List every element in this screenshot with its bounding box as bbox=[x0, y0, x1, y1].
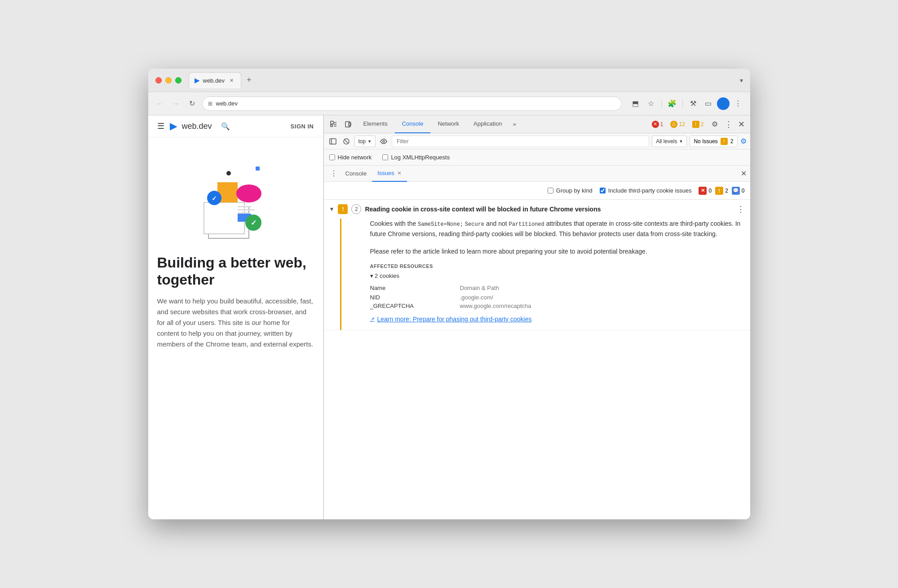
issue-count-bubble: 2 bbox=[351, 204, 361, 214]
tab-dropdown-button[interactable]: ▾ bbox=[740, 77, 743, 84]
issue-menu-button[interactable]: ⋮ bbox=[737, 204, 745, 214]
include-third-party-option[interactable]: Include third-party cookie issues bbox=[600, 187, 692, 194]
active-tab[interactable]: ▶ web.dev ✕ bbox=[189, 72, 241, 88]
bookmark-button[interactable]: ☆ bbox=[644, 97, 658, 110]
title-bar: ▶ web.dev ✕ + ▾ bbox=[148, 69, 750, 92]
site-logo-icon: ▶ bbox=[170, 121, 177, 132]
devtools-more-button[interactable]: ⋮ bbox=[723, 119, 734, 129]
cookies-toggle-label: ▾ 2 cookies bbox=[370, 272, 400, 279]
sub-tabs-close-button[interactable]: ✕ bbox=[741, 169, 747, 178]
tab-title: web.dev bbox=[203, 77, 225, 84]
info-count-val: 0 bbox=[742, 188, 745, 194]
hide-network-checkbox[interactable] bbox=[329, 154, 335, 160]
code-partitioned: Partitioned bbox=[509, 221, 544, 228]
devtools-tabs: Elements Console Network Application » bbox=[356, 115, 647, 133]
warn-count: 12 bbox=[679, 121, 685, 127]
filter-input[interactable] bbox=[392, 136, 649, 147]
context-label: top bbox=[358, 138, 366, 145]
cookie-1-domain: .google.com/ bbox=[460, 294, 741, 301]
external-link-icon: ↗ bbox=[370, 316, 375, 322]
svg-text:✓: ✓ bbox=[212, 195, 217, 202]
log-xhr-option[interactable]: Log XMLHttpRequests bbox=[382, 154, 450, 161]
hamburger-button[interactable]: ☰ bbox=[157, 121, 164, 131]
group-by-kind-option[interactable]: Group by kind bbox=[548, 187, 593, 194]
cast-button[interactable]: ⬒ bbox=[629, 97, 642, 110]
device-emulation-button[interactable] bbox=[342, 118, 354, 131]
learn-more-link[interactable]: ↗ Learn more: Prepare for phasing out th… bbox=[370, 316, 741, 323]
include-third-party-label: Include third-party cookie issues bbox=[608, 187, 692, 194]
cookie-1-name: NID bbox=[370, 294, 460, 301]
site-name: web.dev bbox=[182, 122, 212, 131]
issues-count: 2 bbox=[730, 138, 734, 145]
profile-button[interactable]: 👤 bbox=[717, 97, 730, 110]
traffic-lights bbox=[155, 77, 181, 83]
sub-tab-issues-label: Issues bbox=[377, 170, 394, 176]
sub-tab-console[interactable]: Console bbox=[340, 166, 372, 182]
tab-network[interactable]: Network bbox=[430, 115, 466, 133]
refresh-button[interactable]: ↻ bbox=[186, 97, 199, 110]
sidebar-toggle-button[interactable] bbox=[327, 136, 338, 147]
back-button[interactable]: ← bbox=[154, 97, 166, 110]
new-tab-button[interactable]: + bbox=[243, 74, 255, 87]
forward-button[interactable]: → bbox=[170, 97, 182, 110]
error-count-val: 0 bbox=[708, 188, 712, 194]
issue-body: Cookies with the SameSite=None; Secure a… bbox=[340, 219, 750, 330]
error-count-badge: ✕ 0 bbox=[699, 187, 712, 195]
svg-point-4 bbox=[236, 184, 261, 202]
tab-console[interactable]: Console bbox=[395, 115, 431, 133]
site-search-button[interactable]: 🔍 bbox=[221, 122, 230, 131]
menu-button[interactable]: ⋮ bbox=[731, 97, 745, 110]
minimize-button[interactable] bbox=[165, 77, 172, 83]
log-xhr-checkbox[interactable] bbox=[382, 154, 388, 160]
code-secure: Secure bbox=[465, 221, 484, 228]
clear-console-button[interactable] bbox=[341, 136, 352, 147]
sub-tab-more-button[interactable]: ⋮ bbox=[327, 167, 340, 180]
address-bar: ← → ↻ ⊞ web.dev ⬒ ☆ 🧩 ⚒ ▭ 👤 ⋮ bbox=[148, 92, 750, 115]
tab-application[interactable]: Application bbox=[466, 115, 509, 133]
include-third-party-checkbox[interactable] bbox=[600, 188, 606, 193]
extensions-button[interactable]: 🧩 bbox=[665, 97, 679, 110]
devtools-button[interactable]: ⚒ bbox=[686, 97, 700, 110]
svg-line-24 bbox=[345, 140, 348, 143]
sign-in-button[interactable]: SIGN IN bbox=[291, 123, 314, 130]
warn-count-badge: ! 2 bbox=[715, 187, 728, 195]
toolbar-actions: ⬒ ☆ 🧩 ⚒ ▭ 👤 ⋮ bbox=[629, 97, 745, 110]
issue-chevron-icon: ▼ bbox=[329, 206, 335, 212]
issue-header[interactable]: ▼ ! 2 Reading cookie in cross-site conte… bbox=[324, 200, 750, 219]
sub-tabs-bar: ⋮ Console Issues ✕ ✕ bbox=[324, 166, 750, 182]
more-tabs-button[interactable]: » bbox=[509, 121, 520, 127]
level-selector[interactable]: All levels ▼ bbox=[652, 136, 687, 147]
tab-elements[interactable]: Elements bbox=[356, 115, 395, 133]
info-icon: ! bbox=[692, 121, 699, 128]
cookies-toggle[interactable]: ▾ 2 cookies bbox=[370, 272, 741, 279]
tab-close-button[interactable]: ✕ bbox=[228, 77, 235, 84]
sub-tab-issues[interactable]: Issues ✕ bbox=[372, 166, 407, 182]
level-label: All levels bbox=[656, 138, 677, 145]
hide-network-option[interactable]: Hide network bbox=[329, 154, 372, 161]
context-selector[interactable]: top ▼ bbox=[354, 136, 376, 147]
eye-button[interactable] bbox=[378, 136, 389, 147]
affected-resources-title: AFFECTED RESOURCES bbox=[370, 263, 741, 269]
svg-text:✓: ✓ bbox=[251, 219, 257, 227]
url-security-icon: ⊞ bbox=[208, 101, 212, 107]
maximize-button[interactable] bbox=[175, 77, 181, 83]
browser-window: ▶ web.dev ✕ + ▾ ← → ↻ ⊞ web.dev ⬒ ☆ 🧩 ⚒ … bbox=[148, 69, 750, 519]
url-text: web.dev bbox=[216, 100, 238, 107]
sidebar-button[interactable]: ▭ bbox=[702, 97, 715, 110]
group-by-kind-checkbox[interactable] bbox=[548, 188, 553, 193]
svg-rect-6 bbox=[256, 167, 260, 171]
no-issues-badge[interactable]: No Issues ! 2 bbox=[690, 136, 737, 147]
inspect-element-button[interactable] bbox=[327, 118, 340, 131]
hero-title: Building a better web, together bbox=[157, 254, 314, 289]
sub-tab-issues-close[interactable]: ✕ bbox=[397, 170, 402, 176]
url-bar[interactable]: ⊞ web.dev bbox=[202, 97, 622, 111]
issues-settings-button[interactable]: ⚙ bbox=[740, 137, 747, 145]
website-content: ☰ ▶ web.dev 🔍 SIGN IN bbox=[148, 115, 323, 519]
affected-resources: AFFECTED RESOURCES ▾ 2 cookies Name Doma… bbox=[370, 263, 741, 310]
close-button[interactable] bbox=[155, 77, 162, 83]
devtools-close-button[interactable]: ✕ bbox=[736, 119, 747, 129]
col-domain-header: Domain & Path bbox=[460, 285, 741, 291]
devtools-toolbar: Elements Console Network Application » bbox=[324, 115, 750, 133]
devtools-settings-button[interactable]: ⚙ bbox=[708, 118, 721, 131]
log-xhr-label: Log XMLHttpRequests bbox=[391, 154, 450, 161]
